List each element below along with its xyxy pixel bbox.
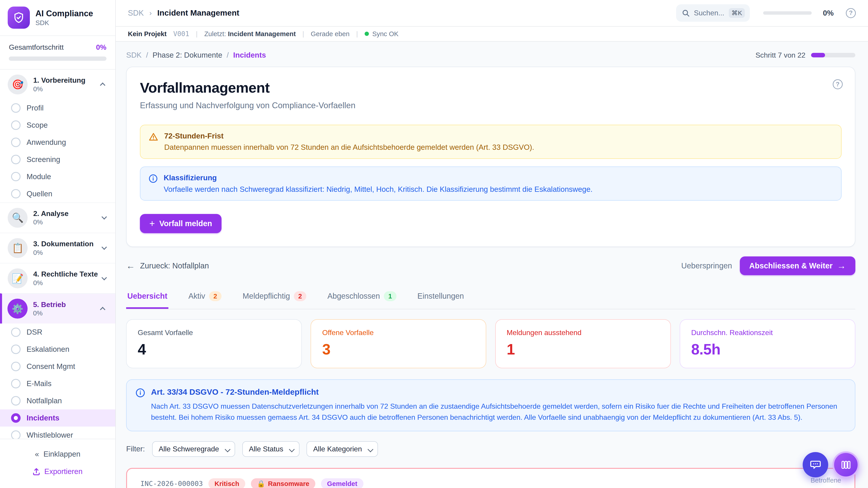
- stat-value: 1: [507, 341, 659, 358]
- last-visited: Zuletzt: Incident Management: [204, 30, 296, 38]
- item-label: Eskalationen: [27, 345, 69, 354]
- sync-label: Sync OK: [372, 30, 399, 38]
- severity-filter-select[interactable]: Alle Schweregrade: [152, 441, 235, 457]
- radio-unchecked-icon: [11, 172, 21, 182]
- sidebar-item-anwendung[interactable]: Anwendung: [0, 134, 115, 151]
- status-filter-wrap: Alle Status: [242, 441, 300, 457]
- item-label: E-Mails: [27, 379, 52, 388]
- filter-label: Filter:: [126, 445, 145, 453]
- tab-meldepflichtig[interactable]: Meldepflichtig 2: [241, 286, 307, 310]
- collapse-sidebar-button[interactable]: « Einklappen: [0, 445, 115, 463]
- item-label: Module: [27, 172, 51, 181]
- back-link[interactable]: ← Zurueck: Notfallplan: [126, 261, 209, 270]
- sidebar-item-incidents[interactable]: Incidents: [0, 410, 115, 427]
- sidebar-item-whistleblower[interactable]: Whistleblower: [0, 427, 115, 439]
- radio-unchecked-icon: [11, 328, 21, 337]
- step-label: Schritt 7 von 22: [755, 51, 805, 59]
- panel-toggle-button[interactable]: [833, 451, 859, 478]
- app-subtitle: SDK: [35, 19, 93, 27]
- complete-next-button[interactable]: Abschliessen & Weiter →: [740, 256, 855, 275]
- step-progress: Schritt 7 von 22: [755, 51, 855, 59]
- sidebar-item-eskalationen[interactable]: Eskalationen: [0, 341, 115, 358]
- section-label: 1. Vorbereitung: [33, 76, 96, 85]
- breadcrumb-root[interactable]: SDK: [128, 8, 144, 18]
- sidebar-section-vorbereitung[interactable]: 🎯 1. Vorbereitung 0%: [0, 70, 115, 99]
- sync-status: Sync OK: [365, 30, 399, 38]
- sidebar-item-dsr[interactable]: DSR: [0, 324, 115, 341]
- item-label: Scope: [27, 121, 48, 129]
- help-icon[interactable]: ?: [833, 79, 843, 89]
- search-shortcut: ⌘K: [729, 8, 745, 18]
- status-filter-select[interactable]: Alle Status: [242, 441, 300, 457]
- tab-uebersicht[interactable]: Uebersicht: [126, 286, 168, 309]
- stat-label: Meldungen ausstehend: [507, 328, 659, 337]
- sidebar-section-betrieb[interactable]: ⚙️ 5. Betrieb 0%: [0, 293, 115, 324]
- info-body: Vorfaelle werden nach Schweregrad klassi…: [164, 185, 592, 194]
- clipboard-icon: 📋: [8, 238, 28, 258]
- stat-label: Durchschn. Reaktionszeit: [691, 328, 844, 337]
- deadline-warning-box: 72-Stunden-Frist Datenpannen muessen inn…: [140, 125, 842, 159]
- app-window: AI Compliance SDK Gesamtfortschritt 0% 🎯…: [0, 0, 868, 488]
- tab-badge: 2: [294, 291, 307, 301]
- info-title: Klassifizierung: [164, 173, 592, 182]
- page-subtitle: Erfassung und Nachverfolgung von Complia…: [140, 101, 842, 110]
- last-saved-time: Gerade eben: [311, 30, 350, 38]
- topbar-breadcrumb: SDK › Incident Management: [128, 8, 671, 18]
- section-label: 4. Rechtliche Texte: [33, 270, 96, 278]
- skip-button[interactable]: Ueberspringen: [681, 261, 732, 270]
- sidebar-item-emails[interactable]: E-Mails: [0, 375, 115, 392]
- section-percent: 0%: [33, 85, 96, 93]
- info-circle-icon: [135, 388, 145, 423]
- radio-unchecked-icon: [11, 155, 21, 164]
- breadcrumb-sdk[interactable]: SDK: [126, 51, 142, 59]
- sidebar-item-quellen[interactable]: Quellen: [0, 185, 115, 202]
- radio-unchecked-icon: [11, 103, 21, 113]
- search-input[interactable]: Suchen... ⌘K: [676, 4, 750, 22]
- item-label: Consent Mgmt: [27, 362, 75, 371]
- chevron-right-icon: ›: [149, 9, 152, 17]
- columns-icon: [840, 459, 851, 470]
- sidebar-item-module[interactable]: Module: [0, 168, 115, 185]
- warning-title: 72-Stunden-Frist: [164, 132, 534, 140]
- sidebar-section-rechtliche-texte[interactable]: 📝 4. Rechtliche Texte 0%: [0, 263, 115, 293]
- category-filter-select[interactable]: Alle Kategorien: [307, 441, 378, 457]
- sidebar-item-profil[interactable]: Profil: [0, 99, 115, 117]
- sidebar: AI Compliance SDK Gesamtfortschritt 0% 🎯…: [0, 0, 116, 488]
- sidebar-item-consent-mgmt[interactable]: Consent Mgmt: [0, 358, 115, 375]
- item-label: Anwendung: [27, 138, 66, 147]
- stat-label: Offene Vorfaelle: [322, 328, 475, 337]
- tab-einstellungen[interactable]: Einstellungen: [416, 286, 465, 309]
- sidebar-item-scope[interactable]: Scope: [0, 117, 115, 134]
- report-incident-button[interactable]: + Vorfall melden: [140, 214, 221, 233]
- item-label: Profil: [27, 104, 43, 112]
- radio-unchecked-icon: [11, 121, 21, 130]
- last-label: Zuletzt:: [204, 30, 226, 37]
- export-button[interactable]: Exportieren: [0, 463, 115, 480]
- project-name: Kein Projekt: [128, 30, 166, 38]
- item-label: Quellen: [27, 190, 53, 198]
- tab-label: Meldepflichtig: [243, 292, 290, 300]
- page-title: Vorfallmanagement: [140, 79, 842, 96]
- item-label: Notfallplan: [27, 396, 62, 405]
- divider: |: [303, 30, 304, 38]
- incident-card[interactable]: INC-2026-000003 Kritisch 🔒 Ransomware Ge…: [126, 468, 855, 488]
- tab-aktiv[interactable]: Aktiv 2: [187, 286, 223, 310]
- breadcrumb-phase[interactable]: Phase 2: Dokumente: [153, 51, 222, 59]
- intro-card: Vorfallmanagement ? Erfassung und Nachve…: [126, 67, 855, 247]
- memo-icon: 📝: [8, 268, 28, 288]
- double-chevron-left-icon: «: [35, 450, 39, 458]
- tab-label: Abgeschlossen: [328, 292, 380, 300]
- chat-assistant-button[interactable]: [803, 452, 828, 478]
- app-logo: [8, 6, 30, 29]
- sidebar-item-screening[interactable]: Screening: [0, 151, 115, 168]
- sidebar-section-analyse[interactable]: 🔍 2. Analyse 0%: [0, 202, 115, 233]
- statusbar: Kein Projekt V001 | Zuletzt: Incident Ma…: [116, 27, 868, 41]
- sidebar-item-notfallplan[interactable]: Notfallplan: [0, 392, 115, 410]
- overall-progress: Gesamtfortschritt 0%: [0, 36, 115, 70]
- incident-id: INC-2026-000003: [141, 480, 203, 488]
- sidebar-section-dokumentation[interactable]: 📋 3. Dokumentation 0%: [0, 233, 115, 263]
- help-icon[interactable]: ?: [846, 8, 856, 18]
- tab-abgeschlossen[interactable]: Abgeschlossen 1: [327, 286, 398, 310]
- plus-icon: +: [149, 219, 155, 228]
- radio-unchecked-icon: [11, 379, 21, 388]
